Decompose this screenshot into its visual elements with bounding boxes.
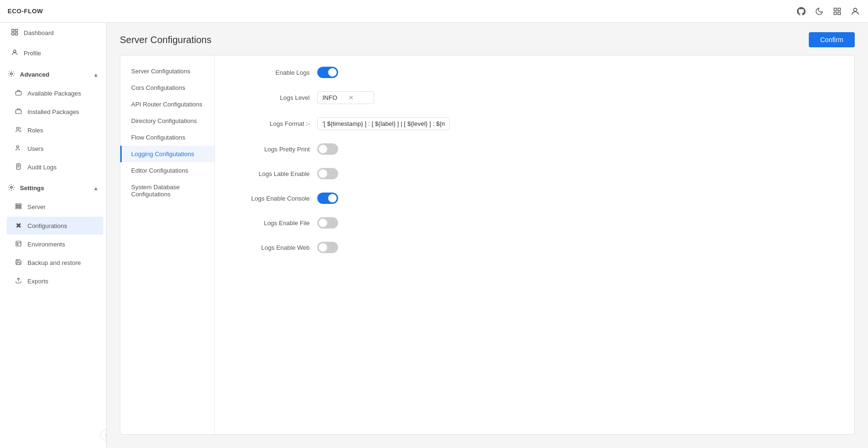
form-control-logs-level: INFO✕ bbox=[317, 91, 374, 104]
toggle-enable-logs[interactable] bbox=[317, 67, 338, 78]
svg-rect-22 bbox=[16, 208, 21, 209]
moon-icon[interactable] bbox=[814, 6, 824, 17]
form-label-logs-format: Logs Format :- bbox=[234, 120, 310, 127]
form-label-logs-pretty-print: Logs Pretty Print bbox=[234, 146, 310, 153]
settings-section-icon bbox=[8, 184, 15, 193]
github-icon[interactable] bbox=[796, 6, 806, 17]
config-form: Enable LogsLogs LevelINFO✕Logs Format :-… bbox=[215, 55, 854, 434]
sidebar-collapse-button[interactable]: ‹ bbox=[100, 429, 107, 440]
text-input-logs-format[interactable] bbox=[317, 117, 450, 130]
sidebar-section-settings-label: Settings bbox=[20, 184, 44, 192]
sidebar-item-profile-label: Profile bbox=[24, 50, 41, 57]
config-wrapper: Server ConfigutationsCors Configutations… bbox=[120, 55, 855, 435]
config-nav-item-directory-config[interactable]: Directory Configutations bbox=[120, 113, 215, 129]
sidebar-item-users[interactable]: Users bbox=[7, 140, 103, 158]
sidebar-item-installed-packages[interactable]: Installed Packages bbox=[7, 103, 103, 121]
configurations-icon: ✖ bbox=[14, 221, 23, 230]
dashboard-icon bbox=[10, 28, 19, 37]
svg-rect-8 bbox=[15, 33, 18, 35]
config-nav: Server ConfigutationsCors Configutations… bbox=[120, 55, 215, 434]
toggle-logs-enable-web[interactable] bbox=[317, 242, 338, 253]
config-nav-item-flow-config[interactable]: Flow Configutations bbox=[120, 129, 215, 146]
svg-rect-7 bbox=[12, 33, 14, 35]
config-nav-item-system-db-config[interactable]: System Database Configutations bbox=[120, 179, 215, 202]
form-row-logs-format: Logs Format :- bbox=[234, 117, 835, 130]
form-control-logs-enable-file bbox=[317, 217, 338, 228]
svg-rect-3 bbox=[838, 12, 841, 14]
sidebar-item-profile[interactable]: Profile bbox=[3, 44, 103, 62]
form-control-logs-enable-web bbox=[317, 242, 338, 253]
clear-icon[interactable]: ✕ bbox=[349, 94, 354, 101]
sidebar-item-available-packages[interactable]: Available Packages bbox=[7, 85, 103, 102]
sidebar-item-exports[interactable]: Exports bbox=[7, 272, 103, 290]
select-logs-level[interactable]: INFO✕ bbox=[317, 91, 374, 104]
toggle-logs-pretty-print[interactable] bbox=[317, 143, 338, 155]
form-row-logs-level: Logs LevelINFO✕ bbox=[234, 91, 835, 104]
sidebar-item-backup-restore[interactable]: Backup and restore bbox=[7, 254, 103, 272]
config-nav-item-server-config[interactable]: Server Configutations bbox=[120, 63, 215, 79]
user-avatar-icon[interactable] bbox=[850, 6, 860, 17]
form-control-enable-logs bbox=[317, 67, 338, 78]
topbar-icons bbox=[796, 6, 860, 17]
sidebar-item-server[interactable]: Server bbox=[7, 198, 103, 216]
sidebar-section-advanced[interactable]: Advanced ▲ bbox=[0, 65, 106, 84]
form-control-logs-enable-console bbox=[317, 193, 338, 204]
server-icon bbox=[14, 203, 23, 211]
users-icon bbox=[14, 145, 23, 153]
form-label-logs-enable-file: Logs Enable File bbox=[234, 220, 310, 227]
sidebar-item-available-packages-label: Available Packages bbox=[27, 90, 81, 97]
sidebar-item-environments[interactable]: Environments bbox=[7, 236, 103, 253]
form-label-logs-level: Logs Level bbox=[234, 94, 310, 101]
toggle-logs-enable-console[interactable] bbox=[317, 193, 338, 204]
advanced-icon bbox=[8, 70, 15, 79]
profile-icon bbox=[10, 49, 19, 58]
sidebar-item-dashboard[interactable]: Dashboard bbox=[3, 24, 103, 42]
settings-chevron-icon: ▲ bbox=[93, 185, 98, 191]
sidebar-item-audit-logs-label: Audit Logs bbox=[27, 164, 56, 171]
environments-icon bbox=[14, 240, 23, 248]
svg-rect-5 bbox=[12, 29, 14, 32]
form-row-logs-enable-file: Logs Enable File bbox=[234, 217, 835, 228]
config-nav-item-logging-config[interactable]: Logging Configutations bbox=[120, 146, 215, 162]
svg-rect-1 bbox=[838, 8, 841, 10]
svg-point-4 bbox=[854, 8, 857, 11]
backup-icon bbox=[14, 259, 23, 267]
layout-icon[interactable] bbox=[832, 6, 842, 17]
form-row-logs-label-enable: Logs Lable Enable bbox=[234, 168, 835, 179]
svg-rect-21 bbox=[16, 206, 21, 207]
config-nav-item-editor-config[interactable]: Editor Configutations bbox=[120, 162, 215, 179]
sidebar-section-settings[interactable]: Settings ▲ bbox=[0, 179, 106, 197]
sidebar-item-configurations-label: Configurations bbox=[27, 222, 67, 229]
config-nav-item-api-router-config[interactable]: API Router Configutations bbox=[120, 96, 215, 113]
sidebar-item-roles[interactable]: Roles bbox=[7, 122, 103, 139]
svg-rect-20 bbox=[16, 204, 21, 205]
form-row-logs-enable-console: Logs Enable Console bbox=[234, 193, 835, 204]
settings-sub-items: Server ✖ Configurations Environments Bac… bbox=[0, 197, 106, 291]
sidebar-item-backup-restore-label: Backup and restore bbox=[27, 259, 81, 266]
exports-icon bbox=[14, 277, 23, 285]
toggle-logs-label-enable[interactable] bbox=[317, 168, 338, 179]
config-nav-item-cors-config[interactable]: Cors Configutations bbox=[120, 79, 215, 96]
sidebar-item-configurations[interactable]: ✖ Configurations bbox=[7, 217, 103, 235]
sidebar-item-audit-logs[interactable]: Audit Logs bbox=[7, 158, 103, 176]
available-packages-icon bbox=[14, 89, 23, 97]
sidebar-item-users-label: Users bbox=[27, 145, 44, 152]
confirm-button[interactable]: Confirm bbox=[809, 32, 855, 47]
sidebar: Dashboard Profile Advanced ▲ Avai bbox=[0, 23, 107, 448]
svg-rect-6 bbox=[15, 29, 18, 32]
installed-packages-icon bbox=[14, 108, 23, 116]
svg-rect-2 bbox=[834, 12, 836, 14]
toggle-logs-enable-file[interactable] bbox=[317, 217, 338, 228]
form-label-logs-enable-console: Logs Enable Console bbox=[234, 195, 310, 202]
form-label-logs-enable-web: Logs Enable Web bbox=[234, 244, 310, 251]
svg-point-13 bbox=[17, 127, 19, 130]
form-row-enable-logs: Enable Logs bbox=[234, 67, 835, 78]
svg-point-19 bbox=[10, 186, 12, 188]
svg-point-14 bbox=[17, 146, 19, 148]
sidebar-item-exports-label: Exports bbox=[27, 278, 48, 285]
audit-logs-icon bbox=[14, 163, 23, 171]
svg-rect-12 bbox=[16, 110, 21, 114]
form-label-enable-logs: Enable Logs bbox=[234, 69, 310, 76]
topbar: ECO-FLOW bbox=[0, 0, 868, 23]
advanced-sub-items: Available Packages Installed Packages Ro… bbox=[0, 84, 106, 177]
